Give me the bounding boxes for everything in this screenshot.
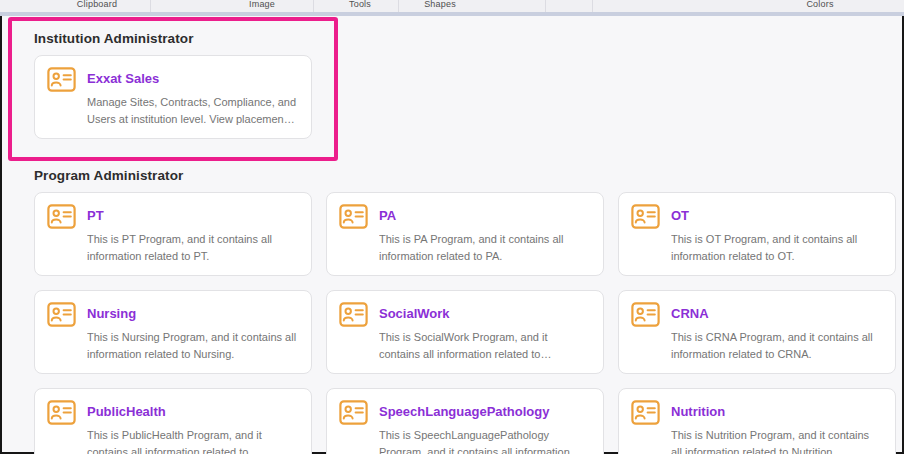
card-title: Nutrition: [671, 400, 881, 424]
card-description: This is Nutrition Program, and it contai…: [671, 427, 881, 454]
role-card-nursing[interactable]: Nursing This is Nursing Program, and it …: [34, 290, 312, 374]
ribbon-separator: [592, 0, 593, 12]
id-badge-icon: [339, 400, 368, 425]
ribbon-group-tools: Tools: [349, 0, 371, 9]
id-badge-icon: [631, 400, 660, 425]
card-description: This is OT Program, and it contains all …: [671, 231, 881, 265]
role-card-crna[interactable]: CRNA This is CRNA Program, and it contai…: [618, 290, 896, 374]
id-badge-icon: [631, 204, 660, 229]
ribbon-group-clipboard: Clipboard: [77, 0, 117, 9]
id-badge-icon: [339, 204, 368, 229]
ribbon-separator: [545, 0, 546, 12]
card-title: PA: [379, 204, 589, 228]
ribbon-separator: [313, 0, 314, 12]
card-description: This is Nursing Program, and it contains…: [87, 329, 297, 363]
card-title: Nursing: [87, 302, 297, 326]
card-title: OT: [671, 204, 881, 228]
ribbon-group-shapes: Shapes: [424, 0, 456, 9]
id-badge-icon: [47, 400, 76, 425]
role-card-pt[interactable]: PT This is PT Program, and it contains a…: [34, 192, 312, 276]
card-title: PT: [87, 204, 297, 228]
id-badge-icon: [47, 204, 76, 229]
section-institution-administrator: Institution Administrator Exxat Sales Ma…: [34, 31, 312, 139]
ribbon-separator: [398, 0, 399, 12]
card-description: This is PA Program, and it contains all …: [379, 231, 589, 265]
role-card-publichealth[interactable]: PublicHealth This is PublicHealth Progra…: [34, 388, 312, 454]
section-program-administrator: Program Administrator PT This is PT Prog…: [34, 168, 896, 454]
section-title: Institution Administrator: [34, 31, 312, 46]
card-description: This is PublicHealth Program, and it con…: [87, 427, 297, 454]
card-title: SocialWork: [379, 302, 589, 326]
role-card-pa[interactable]: PA This is PA Program, and it contains a…: [326, 192, 604, 276]
id-badge-icon: [339, 302, 368, 327]
page-content: Institution Administrator Exxat Sales Ma…: [0, 16, 904, 454]
id-badge-icon: [47, 302, 76, 327]
card-title: PublicHealth: [87, 400, 297, 424]
card-description: Manage Sites, Contracts, Compliance, and…: [87, 94, 297, 128]
card-title: CRNA: [671, 302, 881, 326]
card-title: SpeechLanguagePathology: [379, 400, 589, 424]
card-description: This is CRNA Program, and it contains al…: [671, 329, 881, 363]
role-card-socialwork[interactable]: SocialWork This is SocialWork Program, a…: [326, 290, 604, 374]
role-card-ot[interactable]: OT This is OT Program, and it contains a…: [618, 192, 896, 276]
card-description: This is PT Program, and it contains all …: [87, 231, 297, 265]
id-badge-icon: [47, 67, 76, 92]
ribbon-toolbar: Clipboard Image Tools Shapes Colors: [0, 0, 904, 12]
ribbon-group-image: Image: [249, 0, 275, 9]
role-card-nutrition[interactable]: Nutrition This is Nutrition Program, and…: [618, 388, 896, 454]
section-title: Program Administrator: [34, 168, 896, 183]
role-card-exxat-sales[interactable]: Exxat Sales Manage Sites, Contracts, Com…: [34, 55, 312, 139]
card-description: This is SocialWork Program, and it conta…: [379, 329, 589, 363]
ribbon-separator: [150, 0, 151, 12]
role-card-speechlanguagepathology[interactable]: SpeechLanguagePathology This is SpeechLa…: [326, 388, 604, 454]
card-title: Exxat Sales: [87, 67, 297, 91]
id-badge-icon: [631, 302, 660, 327]
program-cards-grid: PT This is PT Program, and it contains a…: [34, 192, 896, 454]
card-description: This is SpeechLanguagePathology Program,…: [379, 427, 589, 454]
ribbon-group-colors: Colors: [806, 0, 833, 9]
